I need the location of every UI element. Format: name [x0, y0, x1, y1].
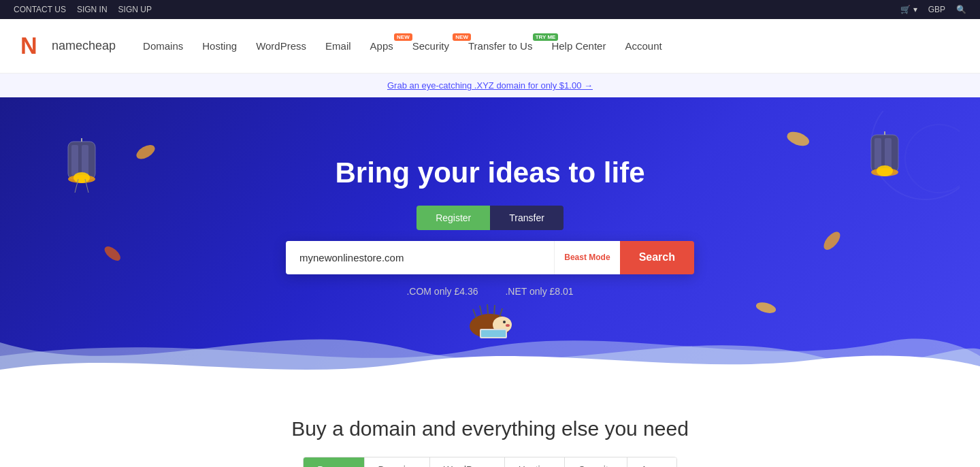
- nav-apps[interactable]: Apps NEW: [370, 40, 393, 52]
- svg-rect-3: [68, 142, 95, 179]
- svg-line-27: [500, 308, 502, 317]
- topbar: CONTACT US SIGN IN SIGN UP 🛒 ▾ GBP 🔍: [0, 0, 980, 19]
- svg-point-17: [134, 142, 157, 162]
- below-title: Buy a domain and everything else you nee…: [14, 417, 966, 440]
- contact-us-link[interactable]: CONTACT US: [14, 5, 66, 14]
- sign-up-link[interactable]: SIGN UP: [118, 5, 152, 14]
- lantern-left: [54, 138, 109, 213]
- svg-point-22: [470, 314, 510, 338]
- search-bar: Beast Mode Search: [286, 241, 694, 274]
- deco-circles: [823, 111, 960, 250]
- svg-line-25: [487, 304, 488, 314]
- cat-tab-domains[interactable]: Domains: [365, 457, 430, 467]
- sign-in-link[interactable]: SIGN IN: [77, 5, 108, 14]
- below-hero: Buy a domain and everything else you nee…: [0, 383, 980, 467]
- svg-point-19: [102, 244, 122, 263]
- beast-mode-button[interactable]: Beast Mode: [554, 241, 619, 274]
- svg-line-23: [473, 309, 476, 318]
- domain-search-input[interactable]: [286, 241, 554, 274]
- nav-domains[interactable]: Domains: [143, 40, 183, 52]
- svg-line-24: [480, 306, 482, 315]
- nav-account[interactable]: Account: [625, 40, 662, 52]
- leaf-3: [99, 243, 124, 267]
- search-button[interactable]: Search: [620, 241, 694, 274]
- tab-register[interactable]: Register: [416, 206, 490, 230]
- logo-svg: N: [20, 33, 46, 59]
- svg-rect-4: [71, 145, 78, 176]
- cart-icon[interactable]: 🛒 ▾: [900, 5, 917, 14]
- svg-point-29: [503, 321, 506, 323]
- svg-text:N: N: [20, 33, 37, 59]
- currency-selector[interactable]: GBP: [928, 5, 945, 14]
- svg-line-10: [85, 179, 88, 193]
- cat-tab-wordpress[interactable]: WordPress: [430, 457, 505, 467]
- net-price-link[interactable]: .NET only £8.01: [505, 286, 573, 297]
- com-price: .COM only £4.36: [406, 285, 478, 297]
- svg-point-2: [905, 125, 960, 193]
- svg-point-7: [74, 172, 90, 183]
- svg-point-18: [785, 129, 811, 149]
- promo-link[interactable]: Grab an eye-catching .XYZ domain for onl…: [387, 80, 593, 91]
- nav-hosting[interactable]: Hosting: [202, 40, 237, 52]
- hero-wave: [0, 315, 980, 383]
- topbar-right: 🛒 ▾ GBP 🔍: [900, 5, 966, 14]
- nav-email[interactable]: Email: [325, 40, 351, 52]
- mascot: [456, 299, 524, 342]
- nav-links: Domains Hosting WordPress Email Apps NEW…: [143, 40, 960, 52]
- leaf-2: [784, 128, 813, 152]
- apps-badge: NEW: [394, 33, 412, 41]
- svg-rect-32: [481, 330, 506, 337]
- cat-tab-apps[interactable]: Apps: [627, 457, 676, 467]
- logo-text: namecheap: [52, 39, 116, 53]
- nav-wordpress[interactable]: WordPress: [256, 40, 306, 52]
- promo-banner: Grab an eye-catching .XYZ domain for onl…: [0, 74, 980, 97]
- svg-line-26: [494, 305, 495, 315]
- domain-prices: .COM only £4.36 .NET only £8.01: [406, 285, 573, 297]
- hero-title: Bring your ideas to life: [335, 157, 644, 189]
- nav-help[interactable]: Help Center: [551, 40, 606, 52]
- nav-transfer[interactable]: Transfer to Us TRY ME: [468, 40, 532, 52]
- svg-point-1: [871, 111, 960, 199]
- main-nav: N namecheap Domains Hosting WordPress Em…: [0, 19, 980, 74]
- com-price-link[interactable]: .COM only £4.36: [406, 286, 478, 297]
- cat-tab-security[interactable]: Security: [565, 457, 627, 467]
- svg-point-28: [493, 317, 512, 333]
- leaf-1: [133, 141, 159, 165]
- tab-transfer[interactable]: Transfer: [490, 206, 564, 230]
- leaf-5: [754, 299, 778, 319]
- nav-security[interactable]: Security NEW: [412, 40, 449, 52]
- hero-section: Bring your ideas to life Register Transf…: [0, 97, 980, 383]
- domain-tabs: Register Transfer: [416, 206, 564, 230]
- svg-rect-5: [82, 145, 88, 176]
- cat-tab-hosting[interactable]: Hosting: [505, 457, 565, 467]
- svg-point-21: [755, 300, 777, 315]
- category-tabs: Promos Domains WordPress Hosting Securit…: [303, 457, 676, 467]
- logo[interactable]: N namecheap: [20, 33, 116, 59]
- net-price: .NET only £8.01: [505, 285, 573, 297]
- svg-line-9: [75, 179, 78, 193]
- cat-tab-promos[interactable]: Promos: [304, 457, 364, 467]
- svg-point-30: [506, 324, 510, 327]
- search-icon[interactable]: 🔍: [956, 5, 966, 14]
- topbar-left: CONTACT US SIGN IN SIGN UP: [14, 5, 152, 14]
- svg-point-6: [68, 175, 95, 183]
- svg-rect-31: [480, 329, 507, 338]
